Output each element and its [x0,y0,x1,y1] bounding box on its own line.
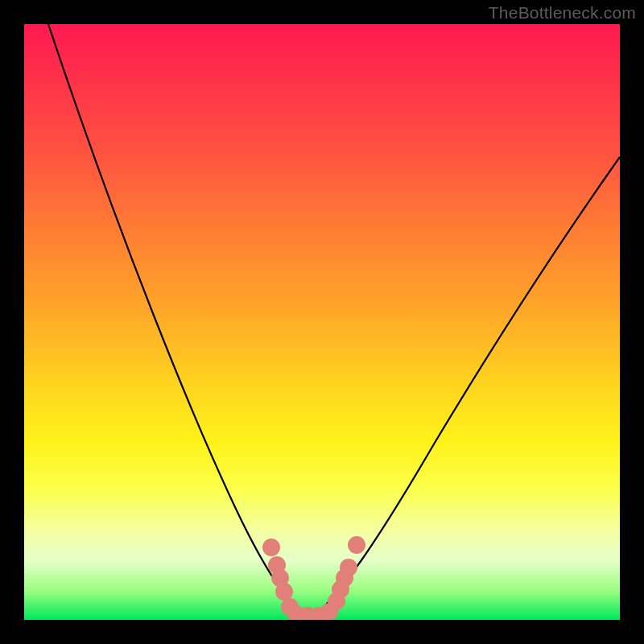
svg-point-0 [262,539,280,556]
bottom-dots [262,536,365,620]
plot-area [24,24,620,620]
curve-layer [24,24,620,620]
svg-point-12 [340,559,357,576]
watermark-text: TheBottleneck.com [489,3,636,23]
chart-frame: TheBottleneck.com [0,0,644,644]
left-curve [48,24,308,620]
svg-point-3 [275,583,293,601]
svg-point-13 [348,536,365,554]
